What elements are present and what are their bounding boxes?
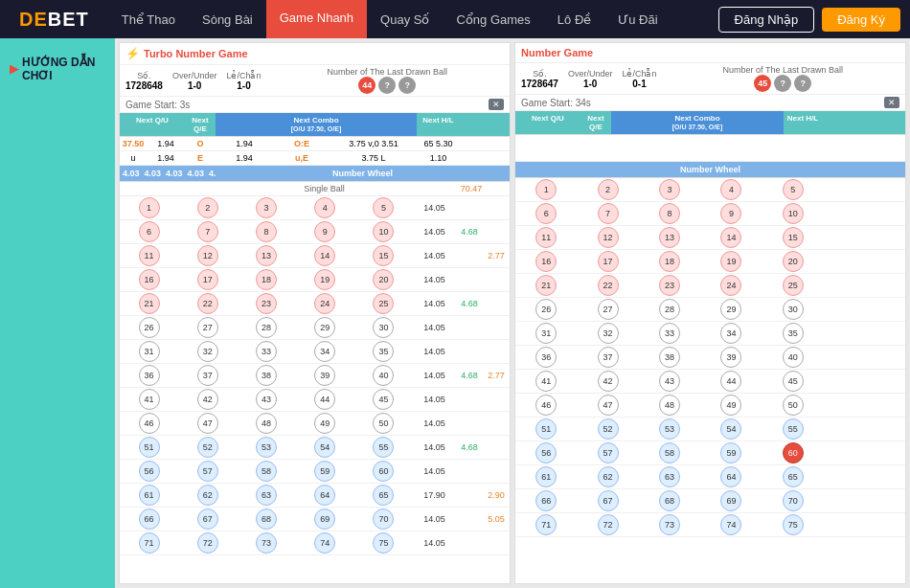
num-ball[interactable]: 33 [659, 323, 680, 344]
num-ball[interactable]: 7 [197, 221, 218, 242]
num-ball[interactable]: 61 [535, 466, 557, 487]
num-ball[interactable]: 54 [720, 418, 741, 440]
num-ball[interactable]: 35 [373, 341, 394, 362]
num-ball[interactable]: 25 [373, 293, 394, 314]
num-ball[interactable]: 53 [659, 418, 680, 440]
num-ball[interactable]: 74 [720, 514, 741, 535]
sidebar-item-guide[interactable]: ▶ HƯỚNG DẪN CHƠI [0, 48, 115, 90]
num-ball[interactable]: 21 [535, 275, 557, 296]
num-ball[interactable]: 64 [720, 466, 741, 487]
num-ball[interactable]: 46 [535, 395, 557, 416]
num-ball[interactable]: 47 [197, 413, 218, 434]
num-ball[interactable]: 54 [314, 437, 335, 458]
num-ball[interactable]: 57 [598, 442, 619, 464]
num-ball[interactable]: 2 [598, 179, 619, 200]
num-ball[interactable]: 26 [535, 299, 557, 320]
num-ball[interactable]: 52 [197, 437, 218, 458]
num-ball[interactable]: 22 [197, 293, 218, 314]
num-ball[interactable]: 16 [139, 269, 160, 290]
num-ball[interactable]: 9 [720, 203, 741, 224]
num-ball[interactable]: 12 [598, 227, 619, 248]
num-ball[interactable]: 42 [197, 389, 218, 410]
num-ball[interactable]: 16 [535, 251, 557, 272]
num-ball[interactable]: 31 [139, 341, 160, 362]
num-ball[interactable]: 62 [598, 466, 619, 487]
num-ball[interactable]: 6 [535, 203, 557, 224]
num-ball[interactable]: 23 [256, 293, 277, 314]
num-ball[interactable]: 48 [256, 413, 277, 434]
num-ball[interactable]: 12 [197, 245, 218, 266]
num-ball[interactable]: 4 [720, 179, 741, 200]
num-ball[interactable]: 8 [256, 221, 277, 242]
num-ball[interactable]: 49 [314, 413, 335, 434]
num-ball[interactable]: 45 [373, 389, 394, 410]
num-ball[interactable]: 43 [659, 371, 680, 392]
num-ball[interactable]: 1 [139, 197, 160, 218]
num-ball[interactable]: 60 [373, 461, 394, 482]
num-ball[interactable]: 67 [197, 509, 218, 530]
num-ball[interactable]: 5 [373, 197, 394, 218]
num-ball[interactable]: 75 [783, 514, 804, 535]
num-ball[interactable]: 24 [314, 293, 335, 314]
num-ball[interactable]: 71 [139, 532, 160, 554]
num-ball[interactable]: 11 [535, 227, 557, 248]
num-ball[interactable]: 20 [373, 269, 394, 290]
num-ball[interactable]: 2 [197, 197, 218, 218]
num-ball[interactable]: 3 [659, 179, 680, 200]
num-ball[interactable]: 28 [256, 317, 277, 338]
num-ball[interactable]: 61 [139, 485, 160, 506]
num-ball[interactable]: 20 [783, 251, 804, 272]
num-ball[interactable]: 29 [720, 299, 741, 320]
num-ball[interactable]: 40 [783, 347, 804, 368]
num-ball[interactable]: 34 [720, 323, 741, 344]
num-ball[interactable]: 65 [373, 485, 394, 506]
num-ball[interactable]: 25 [783, 275, 804, 296]
num-ball[interactable]: 4 [314, 197, 335, 218]
num-ball[interactable]: 72 [197, 532, 218, 554]
num-ball[interactable]: 53 [256, 437, 277, 458]
num-ball[interactable]: 70 [373, 509, 394, 530]
num-ball[interactable]: 48 [659, 395, 680, 416]
num-ball[interactable]: 37 [598, 347, 619, 368]
num-ball[interactable]: 18 [659, 251, 680, 272]
num-ball[interactable]: 42 [598, 371, 619, 392]
num-ball[interactable]: 34 [314, 341, 335, 362]
num-ball[interactable]: 11 [139, 245, 160, 266]
num-ball[interactable]: 13 [256, 245, 277, 266]
num-ball[interactable]: 69 [720, 490, 741, 511]
num-ball[interactable]: 23 [659, 275, 680, 296]
num-ball[interactable]: 65 [783, 466, 804, 487]
nav-the-thao[interactable]: Thể Thao [108, 0, 189, 38]
num-ball[interactable]: 50 [783, 395, 804, 416]
num-ball[interactable]: 62 [197, 485, 218, 506]
num-ball[interactable]: 51 [535, 418, 557, 440]
nav-lo-de[interactable]: Lô Đề [544, 0, 604, 38]
num-ball[interactable]: 9 [314, 221, 335, 242]
num-ball[interactable]: 73 [256, 532, 277, 554]
num-ball[interactable]: 13 [659, 227, 680, 248]
num-ball[interactable]: 71 [535, 514, 557, 535]
num-ball[interactable]: 39 [720, 347, 741, 368]
num-ball[interactable]: 66 [139, 509, 160, 530]
num-ball[interactable]: 22 [598, 275, 619, 296]
num-ball[interactable]: 21 [139, 293, 160, 314]
num-ball[interactable]: 75 [373, 532, 394, 554]
num-ball[interactable]: 60 [783, 442, 804, 464]
num-ball[interactable]: 68 [256, 509, 277, 530]
num-ball[interactable]: 68 [659, 490, 680, 511]
num-ball[interactable]: 50 [373, 413, 394, 434]
num-ball[interactable]: 14 [720, 227, 741, 248]
num-ball[interactable]: 40 [373, 365, 394, 386]
num-ball[interactable]: 38 [659, 347, 680, 368]
num-ball[interactable]: 44 [314, 389, 335, 410]
num-ball[interactable]: 73 [659, 514, 680, 535]
num-ball[interactable]: 51 [139, 437, 160, 458]
num-ball[interactable]: 10 [373, 221, 394, 242]
num-ball[interactable]: 58 [659, 442, 680, 464]
num-ball[interactable]: 32 [598, 323, 619, 344]
num-ball[interactable]: 72 [598, 514, 619, 535]
num-ball[interactable]: 58 [256, 461, 277, 482]
login-button[interactable]: Đăng Nhập [718, 7, 815, 33]
num-ball[interactable]: 3 [256, 197, 277, 218]
num-ball[interactable]: 24 [720, 275, 741, 296]
